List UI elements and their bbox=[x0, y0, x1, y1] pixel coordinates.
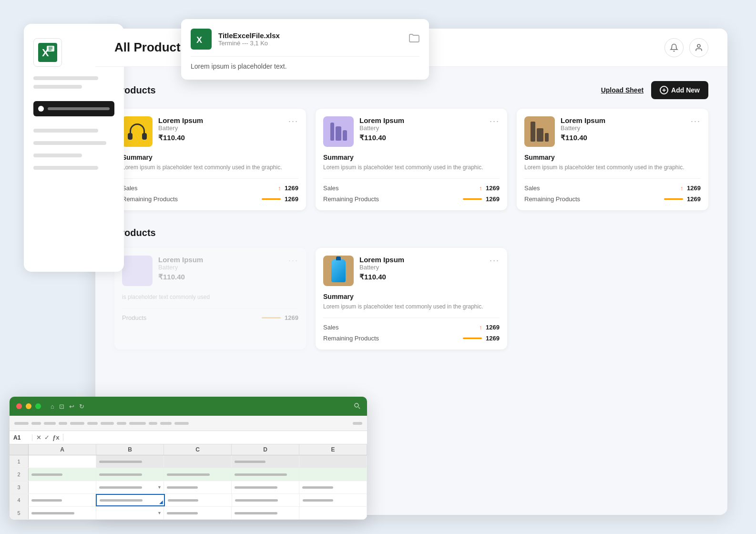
titlebar-icons: ⌂ ⊡ ↩ ↻ bbox=[51, 403, 84, 410]
product-info-4: Lorem Ipsum Battery ₹110.40 bbox=[158, 256, 283, 281]
sheet-row-3: 3 ▼ bbox=[10, 481, 367, 494]
cell-bar-d2 bbox=[235, 473, 287, 476]
cell-c4[interactable] bbox=[165, 494, 232, 506]
cell-a4[interactable] bbox=[29, 494, 96, 506]
cell-b2[interactable] bbox=[96, 468, 164, 481]
cell-c3[interactable] bbox=[164, 481, 232, 493]
cell-e5[interactable] bbox=[299, 507, 367, 519]
product-thumb-5 bbox=[323, 256, 354, 286]
svg-point-6 bbox=[697, 44, 700, 47]
cell-b3[interactable]: ▼ bbox=[96, 481, 164, 493]
undo-icon: ↩ bbox=[69, 403, 74, 410]
cell-e1[interactable] bbox=[299, 455, 367, 468]
stat-sales-value-5: 1269 bbox=[486, 324, 500, 331]
cell-a5[interactable] bbox=[29, 507, 96, 519]
confirm-formula-icon[interactable]: ✓ bbox=[44, 434, 50, 441]
notif-file-info: TitleExcelFile.xlsx Terminé --- 3,1 Ko bbox=[218, 31, 402, 47]
product-stats-4: Products 1269 bbox=[122, 308, 298, 321]
cell-bar-b2 bbox=[99, 473, 142, 476]
product-menu-4[interactable]: ··· bbox=[288, 256, 298, 266]
user-button[interactable] bbox=[689, 38, 708, 57]
minimize-button[interactable] bbox=[26, 403, 31, 409]
headphones-icon bbox=[128, 123, 147, 140]
cell-c5[interactable] bbox=[164, 507, 232, 519]
upload-sheet-button[interactable]: Upload Sheet bbox=[601, 86, 644, 94]
stat-up-arrow-2: ↑ bbox=[479, 185, 482, 192]
sidebar-input-mock[interactable] bbox=[33, 101, 114, 116]
notif-status: Terminé --- 3,1 Ko bbox=[218, 40, 402, 47]
stat-remaining-right-3: 1269 bbox=[664, 195, 701, 203]
cell-b1[interactable] bbox=[96, 455, 164, 468]
col-header-a[interactable]: A bbox=[29, 444, 96, 455]
stat-bar-3 bbox=[664, 198, 683, 200]
notif-folder-icon[interactable] bbox=[409, 33, 419, 45]
col-header-b[interactable]: B bbox=[96, 444, 164, 455]
product-menu-3[interactable]: ··· bbox=[691, 116, 701, 126]
cell-c2[interactable] bbox=[164, 468, 232, 481]
product-category-3: Battery bbox=[561, 124, 685, 132]
cell-d1[interactable] bbox=[232, 455, 299, 468]
row-num-1: 1 bbox=[10, 455, 29, 468]
cell-a2[interactable] bbox=[29, 468, 96, 481]
formula-bar-content[interactable] bbox=[67, 431, 363, 444]
product-menu-2[interactable]: ··· bbox=[490, 116, 500, 126]
stat-sales-label-2: Sales bbox=[323, 185, 339, 192]
cell-d4[interactable] bbox=[232, 494, 299, 506]
stat-remaining-right-5: 1269 bbox=[463, 335, 500, 342]
row-num-4: 4 bbox=[10, 494, 29, 506]
product-card-3-header: Lorem Ipsum Battery ₹110.40 ··· bbox=[524, 116, 701, 147]
sidebar-bar-1 bbox=[33, 76, 98, 80]
cell-b4[interactable]: ◢ bbox=[96, 494, 164, 506]
cell-d2[interactable] bbox=[232, 468, 299, 481]
stat-sales-value-3: 1269 bbox=[687, 185, 701, 192]
insert-function-icon[interactable]: ƒx bbox=[52, 434, 59, 441]
products-grid-1: Lorem Ipsum Battery ₹110.40 ··· Summary … bbox=[114, 109, 708, 210]
cancel-formula-icon[interactable]: ✕ bbox=[36, 434, 41, 441]
product-menu-5[interactable]: ··· bbox=[490, 256, 500, 266]
toolbar-bar-10 bbox=[149, 422, 157, 425]
cell-e3[interactable] bbox=[299, 481, 367, 493]
sk1 bbox=[531, 122, 535, 142]
col-header-d[interactable]: D bbox=[232, 444, 299, 455]
cell-bar-d1 bbox=[235, 461, 266, 463]
product-category-2: Battery bbox=[359, 124, 484, 132]
product-summary-label-2: Summary bbox=[323, 154, 500, 161]
product-thumb-2 bbox=[323, 116, 354, 147]
cell-bar-d3 bbox=[235, 486, 277, 489]
header-actions bbox=[664, 38, 708, 57]
product-summary-text-3: Lorem ipsum is placeholder text commonly… bbox=[524, 163, 701, 172]
formula-icons: ✕ ✓ ƒx bbox=[36, 434, 63, 441]
product-price-3: ₹110.40 bbox=[561, 134, 685, 142]
stat-sales-label-1: Sales bbox=[122, 185, 138, 192]
sidebar-bar-4 bbox=[33, 141, 106, 145]
cell-bar-e4 bbox=[303, 499, 333, 502]
cell-bar-a4 bbox=[31, 499, 62, 502]
cell-e4[interactable] bbox=[300, 494, 367, 506]
cell-b5[interactable]: ▼ bbox=[96, 507, 164, 519]
product-card-2-header: Lorem Ipsum Battery ₹110.40 ··· bbox=[323, 116, 500, 147]
product-name-2: Lorem Ipsum bbox=[359, 116, 484, 124]
product-menu-1[interactable]: ··· bbox=[288, 116, 298, 126]
svg-line-10 bbox=[358, 407, 360, 409]
product-price-1: ₹110.40 bbox=[158, 134, 283, 142]
cell-c1[interactable] bbox=[164, 455, 232, 468]
stat-sales-right-5: ↑ 1269 bbox=[479, 324, 500, 331]
close-button[interactable] bbox=[16, 403, 22, 409]
cell-d5[interactable] bbox=[232, 507, 299, 519]
cell-a3[interactable] bbox=[29, 481, 96, 493]
maximize-button[interactable] bbox=[35, 403, 41, 409]
cell-a1[interactable] bbox=[29, 455, 96, 468]
titlebar-search-icon[interactable] bbox=[354, 402, 360, 411]
product-price-4: ₹110.40 bbox=[158, 273, 283, 281]
col-header-c[interactable]: C bbox=[164, 444, 232, 455]
cell-e2[interactable] bbox=[299, 468, 367, 481]
excel-file-icon: X bbox=[191, 29, 212, 50]
notification-button[interactable] bbox=[664, 38, 684, 57]
col-header-e[interactable]: E bbox=[299, 444, 367, 455]
add-new-button[interactable]: + Add New bbox=[651, 81, 708, 99]
product-thumb-1 bbox=[122, 116, 153, 147]
toolbar-bar-end bbox=[353, 422, 362, 425]
cell-bar-d5 bbox=[235, 512, 277, 514]
cell-d3[interactable] bbox=[232, 481, 299, 493]
product-info-5: Lorem Ipsum Battery ₹110.40 bbox=[359, 256, 484, 281]
